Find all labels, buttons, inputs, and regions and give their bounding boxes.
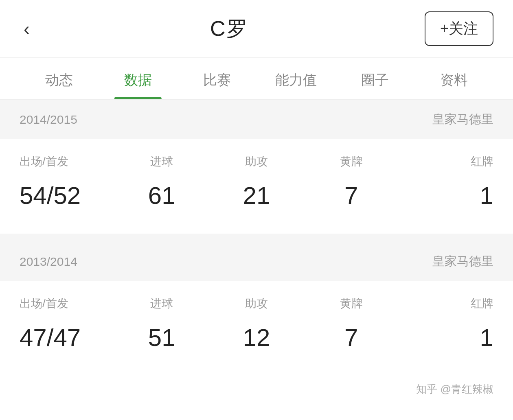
team-name-1: 皇家马德里 — [432, 111, 493, 128]
watermark: 知乎 @青红辣椒 — [0, 376, 513, 405]
stat-header-red-2: 红牌 — [399, 296, 493, 318]
tab-stats[interactable]: 数据 — [99, 58, 178, 99]
follow-button[interactable]: +关注 — [425, 11, 493, 46]
stat-header-assists-1: 助攻 — [209, 154, 304, 176]
stat-value-goals-1: 61 — [114, 182, 209, 209]
back-button[interactable]: ‹ — [20, 20, 34, 38]
stat-header-yellow-1: 黄牌 — [304, 154, 399, 176]
stat-value-assists-2: 12 — [209, 324, 304, 351]
stats-section-1: 出场/首发 进球 助攻 黄牌 红牌 54/52 61 21 7 1 — [0, 139, 513, 234]
stats-headers-2: 出场/首发 进球 助攻 黄牌 红牌 — [20, 296, 493, 318]
nav-tabs: 动态 数据 比赛 能力值 圈子 资料 — [0, 58, 513, 100]
season-year-2: 2013/2014 — [20, 255, 77, 269]
team-name-2: 皇家马德里 — [432, 253, 493, 270]
stat-value-appearances-1: 54/52 — [20, 182, 114, 209]
tab-trends[interactable]: 动态 — [20, 58, 99, 99]
stats-values-2: 47/47 51 12 7 1 — [20, 324, 493, 351]
stat-header-appearances-1: 出场/首发 — [20, 154, 114, 176]
season-header-2: 2013/2014 皇家马德里 — [0, 242, 513, 281]
page-title: C罗 — [210, 15, 248, 43]
stats-values-1: 54/52 61 21 7 1 — [20, 182, 493, 209]
stats-headers-1: 出场/首发 进球 助攻 黄牌 红牌 — [20, 154, 493, 176]
header: ‹ C罗 +关注 — [0, 0, 513, 58]
stat-header-yellow-2: 黄牌 — [304, 296, 399, 318]
season-header-1: 2014/2015 皇家马德里 — [0, 100, 513, 139]
stat-header-goals-1: 进球 — [114, 154, 209, 176]
tab-info[interactable]: 资料 — [414, 58, 493, 99]
stat-header-goals-2: 进球 — [114, 296, 209, 318]
stat-value-goals-2: 51 — [114, 324, 209, 351]
stats-section-2: 出场/首发 进球 助攻 黄牌 红牌 47/47 51 12 7 1 — [0, 281, 513, 376]
stat-value-red-1: 1 — [399, 182, 493, 209]
section-divider-1 — [0, 234, 513, 242]
stat-value-yellow-2: 7 — [304, 324, 399, 351]
tab-circle[interactable]: 圈子 — [335, 58, 414, 99]
stat-header-assists-2: 助攻 — [209, 296, 304, 318]
tab-matches[interactable]: 比赛 — [178, 58, 256, 99]
stat-header-red-1: 红牌 — [399, 154, 493, 176]
tab-ability[interactable]: 能力值 — [256, 58, 335, 99]
stat-header-appearances-2: 出场/首发 — [20, 296, 114, 318]
stat-value-red-2: 1 — [399, 324, 493, 351]
stat-value-appearances-2: 47/47 — [20, 324, 114, 351]
stat-value-assists-1: 21 — [209, 182, 304, 209]
stat-value-yellow-1: 7 — [304, 182, 399, 209]
season-year-1: 2014/2015 — [20, 113, 77, 127]
